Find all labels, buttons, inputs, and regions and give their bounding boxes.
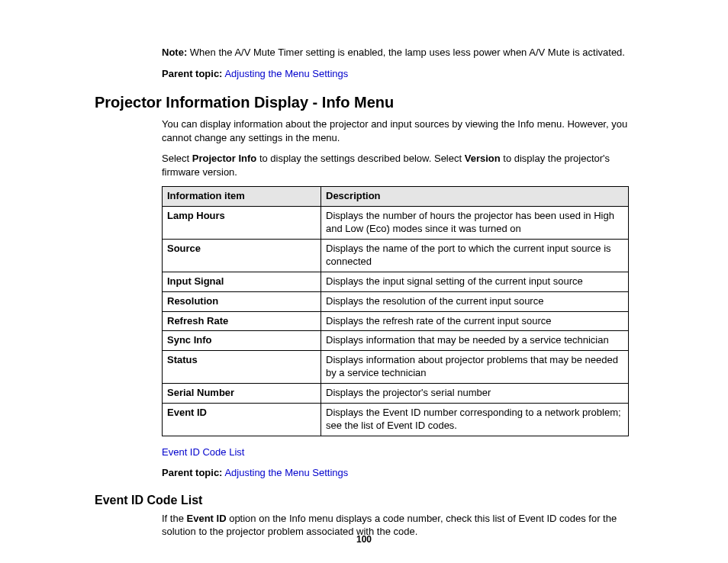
table-header-item: Information item	[163, 187, 321, 207]
intro-paragraph-1: You can display information about the pr…	[162, 117, 633, 144]
table-header-row: Information item Description	[163, 187, 629, 207]
table-row: Refresh RateDisplays the refresh rate of…	[163, 311, 629, 331]
subsection-heading: Event ID Code List	[95, 494, 633, 507]
table-header-desc: Description	[321, 187, 629, 207]
document-page: Note: When the A/V Mute Timer setting is…	[0, 0, 728, 563]
event-id-link-line: Event ID Code List	[162, 446, 633, 459]
section-body: You can display information about the pr…	[162, 117, 633, 480]
parent-topic-link-1[interactable]: Adjusting the Menu Settings	[224, 68, 348, 79]
parent-topic-line-1: Parent topic: Adjusting the Menu Setting…	[162, 67, 633, 81]
page-number: 100	[0, 534, 728, 545]
table-row: Lamp HoursDisplays the number of hours t…	[163, 207, 629, 240]
table-row: Input SignalDisplays the input signal se…	[163, 272, 629, 291]
parent-topic-link-2[interactable]: Adjusting the Menu Settings	[224, 467, 348, 478]
info-table: Information item Description Lamp HoursD…	[162, 186, 629, 436]
parent-topic-label: Parent topic:	[162, 68, 222, 79]
parent-topic-label-2: Parent topic:	[162, 467, 222, 478]
table-row: Event IDDisplays the Event ID number cor…	[163, 403, 629, 436]
note-label: Note:	[162, 47, 187, 58]
parent-topic-line-2: Parent topic: Adjusting the Menu Setting…	[162, 466, 633, 480]
table-row: StatusDisplays information about project…	[163, 351, 629, 384]
event-id-code-list-link[interactable]: Event ID Code List	[162, 446, 244, 458]
table-row: ResolutionDisplays the resolution of the…	[163, 291, 629, 311]
note-block: Note: When the A/V Mute Timer setting is…	[162, 46, 633, 80]
intro-paragraph-2: Select Projector Info to display the set…	[162, 152, 633, 179]
table-row: SourceDisplays the name of the port to w…	[163, 239, 629, 272]
section-heading: Projector Information Display - Info Men…	[95, 94, 633, 111]
note-text: When the A/V Mute Timer setting is enabl…	[190, 47, 625, 58]
table-row: Sync InfoDisplays information that may b…	[163, 331, 629, 351]
note-paragraph: Note: When the A/V Mute Timer setting is…	[162, 46, 633, 60]
table-row: Serial NumberDisplays the projector's se…	[163, 384, 629, 404]
